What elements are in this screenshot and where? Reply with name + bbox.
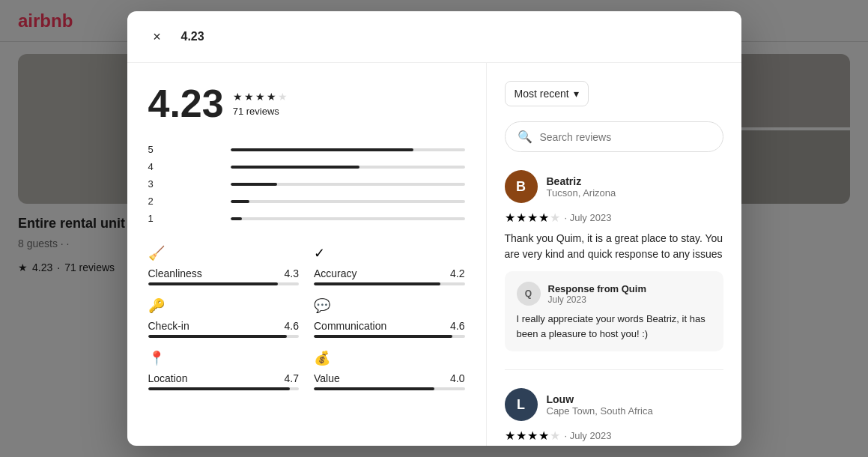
- reviewer-info-beatriz: Beatriz Tucson, Arizona: [547, 175, 616, 199]
- response-avatar-beatriz: Q: [517, 282, 541, 306]
- review-date-louw: · July 2023: [565, 430, 612, 441]
- checkin-bar-fill: [148, 335, 287, 338]
- bar-row-5: 5: [148, 144, 465, 155]
- checkin-score: 4.6: [285, 320, 299, 332]
- response-beatriz: Q Response from Quim July 2023 I really …: [505, 271, 723, 351]
- checkin-label: Check-in: [148, 320, 189, 332]
- s3: ★: [527, 211, 538, 225]
- sort-label: Most recent: [515, 88, 569, 100]
- bar-row-4: 4: [148, 161, 465, 172]
- communication-score: 4.6: [450, 320, 464, 332]
- reviewer-location-beatriz: Tucson, Arizona: [547, 187, 616, 199]
- category-cleanliness: 🧹 Cleanliness 4.3: [148, 245, 300, 285]
- accuracy-top: Accuracy 4.2: [314, 267, 465, 279]
- review-text-beatriz: Thank you Quim, it is a great place to s…: [505, 231, 723, 262]
- value-label: Value: [314, 372, 340, 384]
- checkin-icon: 🔑: [148, 297, 300, 314]
- bar-fill-5: [231, 148, 413, 151]
- response-meta-beatriz: Response from Quim July 2023: [548, 283, 646, 305]
- value-bar-fill: [314, 387, 434, 390]
- s2: ★: [516, 211, 526, 225]
- bar-fill-1: [231, 217, 243, 220]
- bar-track-4: [231, 166, 465, 169]
- bar-label-2: 2: [148, 196, 223, 207]
- communication-top: Communication 4.6: [314, 320, 465, 332]
- close-button[interactable]: ×: [145, 25, 169, 49]
- cleanliness-icon: 🧹: [148, 245, 300, 261]
- search-input[interactable]: [540, 131, 711, 143]
- bar-fill-2: [231, 200, 249, 203]
- cleanliness-top: Cleanliness 4.3: [148, 267, 300, 279]
- modal-overlay: × 4.23 4.23 ★ ★ ★ ★: [0, 0, 868, 457]
- search-icon: 🔍: [518, 130, 532, 144]
- modal-body: 4.23 ★ ★ ★ ★ ★ 71 reviews: [127, 63, 741, 446]
- s4: ★: [538, 429, 549, 443]
- location-score: 4.7: [285, 372, 299, 384]
- response-header-beatriz: Q Response from Quim July 2023: [517, 282, 711, 306]
- accuracy-label: Accuracy: [314, 267, 357, 279]
- communication-icon: 💬: [314, 297, 465, 314]
- bar-row-2: 2: [148, 196, 465, 207]
- location-icon: 📍: [148, 350, 300, 366]
- bar-track-3: [231, 183, 465, 186]
- value-icon: 💰: [314, 350, 465, 366]
- accuracy-bar-fill: [314, 282, 440, 285]
- location-bar-track: [148, 387, 300, 390]
- communication-bar-fill: [314, 335, 452, 338]
- cleanliness-bar-track: [148, 282, 300, 285]
- category-grid: 🧹 Cleanliness 4.3 ✓: [148, 245, 465, 390]
- modal-title: 4.23: [181, 30, 204, 43]
- communication-label: Communication: [314, 320, 386, 332]
- response-date-beatriz: July 2023: [548, 294, 646, 305]
- category-communication: 💬 Communication 4.6: [314, 297, 465, 338]
- review-louw: L Louw Cape Town, South Africa ★ ★ ★: [505, 388, 723, 446]
- bar-label-4: 4: [148, 161, 223, 172]
- reviews-modal: × 4.23 4.23 ★ ★ ★ ★: [127, 11, 741, 446]
- checkin-top: Check-in 4.6: [148, 320, 300, 332]
- category-accuracy: ✓ Accuracy 4.2: [314, 245, 465, 285]
- bar-track-5: [231, 148, 465, 151]
- avatar-louw: L: [505, 388, 538, 421]
- sort-row: Most recent ▾: [505, 81, 723, 106]
- rating-summary: ★ ★ ★ ★ ★ 71 reviews: [233, 91, 288, 117]
- s1: ★: [505, 211, 515, 225]
- category-value: 💰 Value 4.0: [314, 350, 465, 390]
- sort-dropdown[interactable]: Most recent ▾: [505, 81, 589, 106]
- location-top: Location 4.7: [148, 372, 300, 384]
- bar-track-1: [231, 217, 465, 220]
- reviewer-name-beatriz: Beatriz: [547, 175, 616, 187]
- chevron-down-icon: ▾: [574, 88, 579, 100]
- star-4: ★: [267, 91, 276, 103]
- reviewer-header-beatriz: B Beatriz Tucson, Arizona: [505, 170, 723, 203]
- bar-label-3: 3: [148, 178, 223, 190]
- reviewer-location-louw: Cape Town, South Africa: [547, 405, 653, 417]
- search-bar: 🔍: [505, 121, 723, 152]
- s2: ★: [516, 429, 526, 443]
- overall-label: 71 reviews: [233, 106, 288, 117]
- page-background: airbnb Entire rental unit · Barcelona 8 …: [0, 0, 868, 457]
- reviews-panel: Most recent ▾ 🔍 B Bea: [487, 63, 741, 446]
- cleanliness-score: 4.3: [285, 267, 299, 279]
- bar-row-1: 1: [148, 213, 465, 224]
- reviewer-info-louw: Louw Cape Town, South Africa: [547, 393, 653, 417]
- bar-track-2: [231, 200, 465, 203]
- s3: ★: [527, 429, 538, 443]
- response-text-beatriz: I really appreciate your words Beatriz, …: [517, 312, 711, 341]
- bar-row-3: 3: [148, 178, 465, 190]
- cleanliness-label: Cleanliness: [148, 267, 202, 279]
- review-meta-louw: ★ ★ ★ ★ ★ · July 2023: [505, 429, 723, 443]
- category-location: 📍 Location 4.7: [148, 350, 300, 390]
- bar-label-1: 1: [148, 213, 223, 224]
- review-beatriz: B Beatriz Tucson, Arizona ★ ★ ★ ★: [505, 170, 723, 370]
- review-stars-louw: ★ ★ ★ ★ ★: [505, 429, 560, 443]
- stars-display: ★ ★ ★ ★ ★: [233, 91, 288, 103]
- accuracy-icon: ✓: [314, 245, 465, 261]
- checkin-bar-track: [148, 335, 300, 338]
- s1: ★: [505, 429, 515, 443]
- value-score: 4.0: [450, 372, 464, 384]
- avatar-beatriz: B: [505, 170, 538, 203]
- star-bars: 5 4 3: [148, 144, 465, 230]
- bar-fill-3: [231, 183, 278, 186]
- location-label: Location: [148, 372, 188, 384]
- accuracy-bar-track: [314, 282, 465, 285]
